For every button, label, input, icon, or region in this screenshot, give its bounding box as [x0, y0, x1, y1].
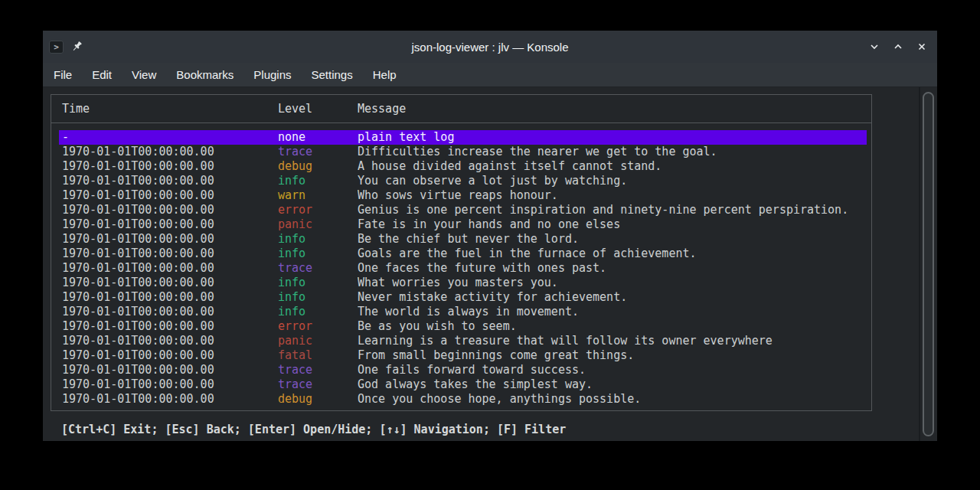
cell-level: warn — [278, 188, 358, 203]
menu-item-bookmarks[interactable]: Bookmarks — [166, 64, 243, 85]
cell-message: Be as you wish to seem. — [358, 319, 867, 334]
cell-time: 1970-01-01T00:00:00.00 — [62, 203, 278, 217]
title-bar: json-log-viewer : jlv — Konsole > — [43, 31, 937, 63]
cell-time: 1970-01-01T00:00:00.00 — [62, 334, 278, 348]
table-row[interactable]: 1970-01-01T00:00:00.00panicLearning is a… — [59, 334, 867, 348]
cell-message: Once you choose hope, anythings possible… — [358, 392, 867, 407]
cell-time: 1970-01-01T00:00:00.00 — [62, 392, 278, 407]
table-row[interactable]: 1970-01-01T00:00:00.00traceOne faces the… — [59, 261, 867, 276]
cell-time: 1970-01-01T00:00:00.00 — [62, 174, 278, 188]
cell-message: The world is always in movement. — [358, 305, 867, 319]
cell-level: trace — [278, 145, 358, 159]
maximize-button[interactable] — [893, 41, 903, 52]
table-row[interactable]: 1970-01-01T00:00:00.00panicFate is in yo… — [59, 217, 867, 232]
cell-level: info — [278, 247, 358, 261]
table-row[interactable]: 1970-01-01T00:00:00.00infoYou can observ… — [59, 174, 867, 188]
cell-level: fatal — [278, 348, 358, 363]
menu-item-file[interactable]: File — [44, 64, 82, 85]
cell-message: From small beginnings come great things. — [358, 348, 867, 363]
column-header-message: Message — [358, 102, 871, 116]
table-row[interactable]: 1970-01-01T00:00:00.00fatalFrom small be… — [59, 348, 867, 363]
cell-level: panic — [278, 217, 358, 232]
cell-message: A house divided against itself cannot st… — [358, 159, 867, 174]
menu-item-help[interactable]: Help — [363, 64, 407, 85]
table-row[interactable]: 1970-01-01T00:00:00.00infoThe world is a… — [59, 305, 867, 319]
cell-message: Be the chief but never the lord. — [358, 232, 867, 247]
table-row-selected[interactable]: -noneplain text log — [59, 130, 867, 145]
cell-time: 1970-01-01T00:00:00.00 — [62, 363, 278, 377]
window-title: json-log-viewer : jlv — Konsole — [43, 41, 937, 54]
cell-message: Learning is a treasure that will follow … — [358, 334, 867, 348]
cell-level: info — [278, 232, 358, 247]
cell-time: - — [62, 130, 278, 145]
table-row[interactable]: 1970-01-01T00:00:00.00debugOnce you choo… — [59, 392, 867, 407]
cell-time: 1970-01-01T00:00:00.00 — [62, 247, 278, 261]
cell-level: error — [278, 203, 358, 217]
scrollbar-track[interactable] — [920, 87, 937, 441]
cell-time: 1970-01-01T00:00:00.00 — [62, 290, 278, 305]
cell-time: 1970-01-01T00:00:00.00 — [62, 159, 278, 174]
table-row[interactable]: 1970-01-01T00:00:00.00debugA house divid… — [59, 159, 867, 174]
chevron-down-icon — [869, 41, 880, 52]
cell-message: One faces the future with ones past. — [358, 261, 867, 276]
konsole-window: json-log-viewer : jlv — Konsole > — [43, 31, 937, 441]
cell-message: Fate is in your hands and no one elses — [358, 217, 867, 232]
close-button[interactable] — [916, 41, 927, 52]
table-row[interactable]: 1970-01-01T00:00:00.00infoGoals are the … — [59, 247, 867, 261]
cell-time: 1970-01-01T00:00:00.00 — [62, 319, 278, 334]
terminal-view[interactable]: Time Level Message -noneplain text log19… — [43, 87, 937, 441]
minimize-button[interactable] — [869, 41, 880, 52]
cell-time: 1970-01-01T00:00:00.00 — [62, 261, 278, 276]
cell-level: debug — [278, 159, 358, 174]
cell-level: error — [278, 319, 358, 334]
cell-level: info — [278, 174, 358, 188]
cell-time: 1970-01-01T00:00:00.00 — [62, 305, 278, 319]
menu-item-edit[interactable]: Edit — [82, 64, 122, 85]
cell-message: God always takes the simplest way. — [358, 377, 867, 392]
table-row[interactable]: 1970-01-01T00:00:00.00errorGenius is one… — [59, 203, 867, 217]
menu-item-plugins[interactable]: Plugins — [243, 64, 301, 85]
status-bar: [Ctrl+C] Exit; [Esc] Back; [Enter] Open/… — [61, 422, 566, 437]
cell-level: info — [278, 276, 358, 290]
cell-level: none — [278, 130, 358, 145]
cell-message: Difficulties increase the nearer we get … — [358, 145, 867, 159]
cell-level: debug — [278, 392, 358, 407]
cell-message: Who sows virtue reaps honour. — [358, 188, 867, 203]
cell-message: What worries you masters you. — [358, 276, 867, 290]
table-row[interactable]: 1970-01-01T00:00:00.00infoWhat worries y… — [59, 276, 867, 290]
cell-time: 1970-01-01T00:00:00.00 — [62, 217, 278, 232]
cell-message: Never mistake activity for achievement. — [358, 290, 867, 305]
table-header: Time Level Message — [51, 95, 871, 123]
cell-level: trace — [278, 261, 358, 276]
cell-time: 1970-01-01T00:00:00.00 — [62, 188, 278, 203]
cell-message: One fails forward toward success. — [358, 363, 867, 377]
cell-time: 1970-01-01T00:00:00.00 — [62, 232, 278, 247]
cell-message: You can observe a lot just by watching. — [358, 174, 867, 188]
table-row[interactable]: 1970-01-01T00:00:00.00errorBe as you wis… — [59, 319, 867, 334]
table-row[interactable]: 1970-01-01T00:00:00.00traceGod always ta… — [59, 377, 867, 392]
cell-message: Goals are the fuel in the furnace of ach… — [358, 247, 867, 261]
table-row[interactable]: 1970-01-01T00:00:00.00traceDifficulties … — [59, 145, 867, 159]
log-rows: -noneplain text log1970-01-01T00:00:00.0… — [59, 130, 867, 407]
menu-bar: FileEditViewBookmarksPluginsSettingsHelp — [43, 63, 937, 87]
log-table: Time Level Message -noneplain text log19… — [51, 94, 872, 411]
cell-time: 1970-01-01T00:00:00.00 — [62, 377, 278, 392]
cell-time: 1970-01-01T00:00:00.00 — [62, 348, 278, 363]
cell-level: trace — [278, 363, 358, 377]
cell-message: Genius is one percent inspiration and ni… — [358, 203, 867, 217]
cell-level: panic — [278, 334, 358, 348]
cell-level: info — [278, 290, 358, 305]
close-icon — [916, 41, 927, 52]
table-row[interactable]: 1970-01-01T00:00:00.00infoNever mistake … — [59, 290, 867, 305]
menu-item-settings[interactable]: Settings — [302, 64, 363, 85]
table-row[interactable]: 1970-01-01T00:00:00.00warnWho sows virtu… — [59, 188, 867, 203]
cell-level: info — [278, 305, 358, 319]
table-row[interactable]: 1970-01-01T00:00:00.00traceOne fails for… — [59, 363, 867, 377]
cell-time: 1970-01-01T00:00:00.00 — [62, 276, 278, 290]
column-header-level: Level — [278, 102, 358, 116]
cell-message: plain text log — [358, 130, 867, 145]
scrollbar-thumb[interactable] — [923, 92, 934, 436]
menu-item-view[interactable]: View — [122, 64, 166, 85]
table-row[interactable]: 1970-01-01T00:00:00.00infoBe the chief b… — [59, 232, 867, 247]
column-header-time: Time — [62, 102, 278, 116]
